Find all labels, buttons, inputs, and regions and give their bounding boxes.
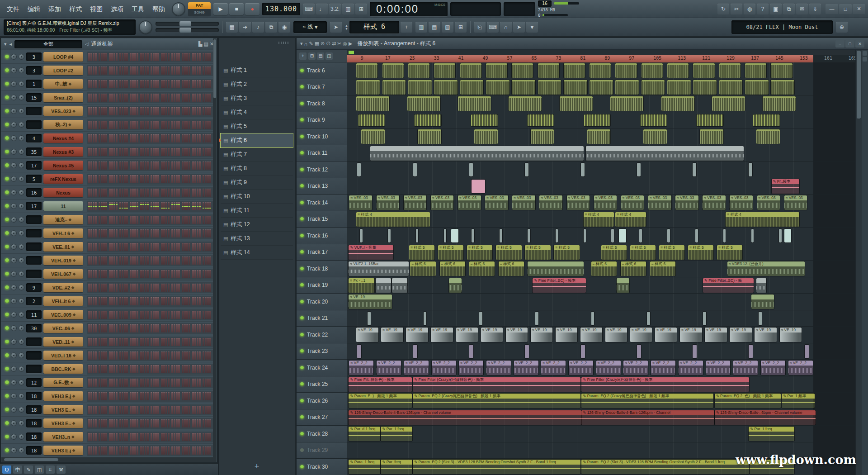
step-cell[interactable] xyxy=(205,148,207,156)
step-cell[interactable] xyxy=(205,243,207,251)
step-cell[interactable] xyxy=(99,379,100,387)
step-cell[interactable] xyxy=(153,419,155,428)
step-cell[interactable] xyxy=(109,53,111,61)
step-cell[interactable] xyxy=(113,338,115,346)
step-cell[interactable] xyxy=(199,324,201,332)
step-cell[interactable] xyxy=(101,311,103,319)
step-cell[interactable] xyxy=(176,311,178,319)
step-cell[interactable] xyxy=(95,202,97,210)
step-cell[interactable] xyxy=(124,352,126,360)
step-cell[interactable] xyxy=(145,392,146,400)
step-cell[interactable] xyxy=(153,379,155,387)
marker-block[interactable] xyxy=(451,229,458,242)
step-cell[interactable] xyxy=(111,134,113,142)
step-cell[interactable] xyxy=(101,433,103,441)
step-cell[interactable] xyxy=(207,324,209,332)
menu-item-文件[interactable]: 文件 xyxy=(3,0,24,18)
step-cell[interactable] xyxy=(142,338,144,346)
step-cell[interactable] xyxy=(116,162,118,170)
step-cell[interactable] xyxy=(147,243,149,251)
step-cell[interactable] xyxy=(163,66,165,75)
step-cell[interactable] xyxy=(155,446,157,455)
step-cell[interactable] xyxy=(199,216,201,224)
step-cell[interactable] xyxy=(126,446,128,455)
metronome-icon[interactable]: ♩ xyxy=(316,4,328,14)
step-cell[interactable] xyxy=(194,53,196,61)
audio-clip[interactable] xyxy=(408,80,432,95)
audio-clip[interactable]: ≈ VES..03 xyxy=(594,195,617,210)
step-cell[interactable] xyxy=(122,121,123,129)
step-cell[interactable] xyxy=(147,80,149,88)
step-cell[interactable] xyxy=(122,433,123,441)
step-cell[interactable] xyxy=(111,121,113,129)
step-cell[interactable] xyxy=(132,243,134,251)
track-name-cell[interactable]: Track 16 xyxy=(297,228,347,244)
step-cell[interactable] xyxy=(176,352,178,360)
step-cell[interactable] xyxy=(161,148,163,156)
step-cell[interactable] xyxy=(140,446,142,455)
step-cell[interactable] xyxy=(119,338,121,346)
step-cell[interactable] xyxy=(126,338,128,346)
step-cell[interactable] xyxy=(145,352,146,360)
step-cell[interactable] xyxy=(182,284,184,292)
channel-pan-knob[interactable] xyxy=(11,407,17,413)
step-cell[interactable] xyxy=(111,270,113,278)
audio-clip[interactable] xyxy=(407,96,440,111)
step-cell[interactable] xyxy=(140,80,142,88)
step-cell[interactable] xyxy=(186,270,188,278)
step-cell[interactable] xyxy=(186,433,188,441)
step-cell[interactable] xyxy=(113,419,115,428)
step-cell[interactable] xyxy=(168,324,170,332)
step-cell[interactable] xyxy=(165,256,167,265)
step-cell[interactable] xyxy=(178,229,180,238)
step-cell[interactable] xyxy=(168,433,170,441)
step-cell[interactable] xyxy=(171,148,173,156)
step-cell[interactable] xyxy=(130,121,132,129)
step-cell[interactable] xyxy=(157,392,159,400)
step-cell[interactable] xyxy=(126,229,128,238)
step-cell[interactable] xyxy=(101,148,103,156)
playlist-vertical-scrollbar[interactable] xyxy=(855,50,862,475)
step-cell[interactable] xyxy=(145,66,146,75)
step-cell[interactable] xyxy=(109,311,111,319)
step-cell[interactable] xyxy=(105,433,107,441)
audio-clip[interactable] xyxy=(434,63,455,78)
step-cell[interactable] xyxy=(151,406,152,414)
channel-pan-knob[interactable] xyxy=(11,447,17,453)
step-cell[interactable] xyxy=(174,446,175,455)
step-cell[interactable] xyxy=(134,406,136,414)
pattern-clip[interactable]: ≡ 样式 6 xyxy=(469,261,495,276)
track-lane[interactable]: ✎ Param. E..) - 频段 1 频率✎ Param. EQ 2 (Cr… xyxy=(347,393,855,409)
step-cell[interactable] xyxy=(178,379,180,387)
step-cell[interactable] xyxy=(163,229,165,238)
step-cell[interactable] xyxy=(192,270,194,278)
step-cell[interactable] xyxy=(174,270,175,278)
step-cell[interactable] xyxy=(155,53,157,61)
audio-clip[interactable] xyxy=(693,63,714,78)
step-cell[interactable] xyxy=(147,229,149,238)
step-cell[interactable] xyxy=(168,243,170,251)
step-cell[interactable] xyxy=(116,189,118,197)
audio-clip[interactable] xyxy=(751,294,774,309)
track-lane[interactable]: ≈ VUF2 1..16Bar≡ 样式 6≡ 样式 6≡ 样式 6≡ 样式 6≡… xyxy=(347,261,855,277)
step-cell[interactable] xyxy=(130,66,132,75)
pattern-item[interactable]: ▤样式 11 xyxy=(221,204,293,218)
step-cell[interactable] xyxy=(205,107,207,115)
step-cell[interactable] xyxy=(165,121,167,129)
step-cell[interactable] xyxy=(116,406,118,414)
step-cell[interactable] xyxy=(116,202,118,210)
shuttle-slider[interactable] xyxy=(156,28,219,32)
step-cell[interactable] xyxy=(145,284,146,292)
step-cell[interactable] xyxy=(163,148,165,156)
pattern-clip[interactable]: ≡ 样式 5 xyxy=(554,245,579,260)
step-cell[interactable] xyxy=(203,270,204,278)
step-cell[interactable] xyxy=(93,338,94,346)
step-cell[interactable] xyxy=(163,202,165,210)
step-cell[interactable] xyxy=(142,284,144,292)
channel-pan-knob[interactable] xyxy=(11,352,17,358)
step-cell[interactable] xyxy=(105,162,107,170)
channel-button[interactable]: VEH3 E..◆ xyxy=(43,405,83,414)
step-cell[interactable] xyxy=(151,148,152,156)
step-cell[interactable] xyxy=(122,297,123,305)
step-cell[interactable] xyxy=(182,311,184,319)
